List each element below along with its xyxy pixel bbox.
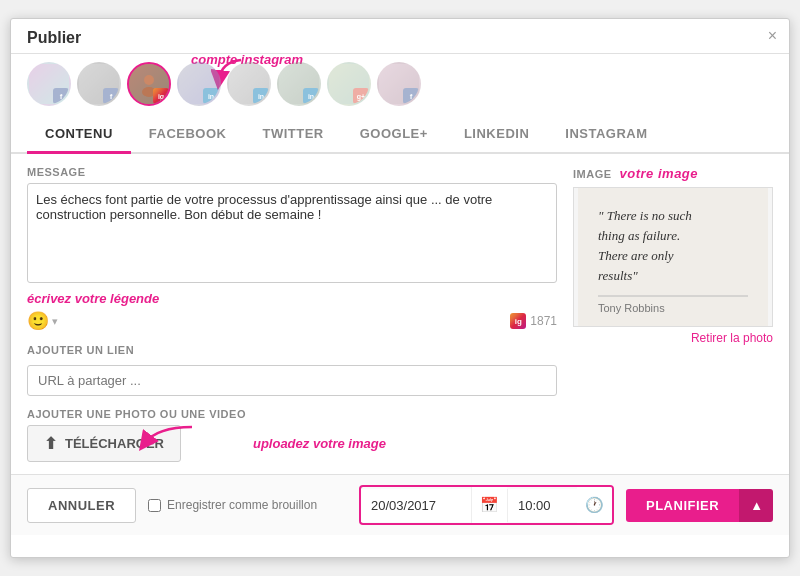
accounts-area: compte instagram f f ig [11,54,789,110]
svg-text:Tony Robbins: Tony Robbins [598,302,665,314]
upload-label: AJOUTER UNE PHOTO OU UNE VIDEO [27,408,557,420]
svg-text:" There is no such: " There is no such [598,208,692,223]
retirer-photo-link[interactable]: Retirer la photo [573,331,773,345]
upload-icon: ⬆ [44,434,57,453]
modal-title: Publier [27,29,81,46]
tab-twitter[interactable]: TWITTER [244,116,341,154]
planifier-dropdown-arrow[interactable]: ▲ [739,489,773,522]
clock-icon[interactable]: 🕐 [577,487,612,523]
quote-image: " There is no such thing as failure. The… [578,188,768,326]
close-button[interactable]: × [768,27,777,45]
svg-point-0 [144,75,154,85]
image-annotation: votre image [620,166,698,181]
network-badge-li-5: in [253,88,269,104]
tab-instagram[interactable]: INSTAGRAM [547,116,665,154]
message-label: MESSAGE [27,166,557,178]
upload-section: AJOUTER UNE PHOTO OU UNE VIDEO ⬆ TÉLÉCHA… [27,408,557,462]
upload-annotation: uploadez votre image [253,436,386,451]
svg-text:results": results" [598,268,638,283]
network-badge-li-4: in [203,88,219,104]
account-avatar-4[interactable]: in [177,62,221,106]
brouillon-checkbox[interactable] [148,499,161,512]
link-section: AJOUTER UN LIEN [27,344,557,396]
tab-linkedin[interactable]: LINKEDIN [446,116,547,154]
ig-icon: ig [510,313,526,329]
upload-arrow-icon [137,423,197,453]
emoji-button[interactable]: 🙂 ▾ [27,310,58,332]
account-avatar-5[interactable]: in [227,62,271,106]
account-avatar-1[interactable]: f [27,62,71,106]
write-legend: écrivez votre légende [27,291,557,306]
time-field[interactable]: 10:00 [507,489,577,522]
content-area: MESSAGE Les échecs font partie de votre … [11,154,789,474]
publish-modal: Publier × compte instagram f f [10,18,790,558]
tab-bar: CONTENU FACEBOOK TWITTER GOOGLE+ LINKEDI… [11,116,789,154]
char-count: ig 1871 [510,313,557,329]
image-label-text: IMAGE [573,168,612,180]
date-time-area: 20/03/2017 📅 10:00 🕐 [359,485,614,525]
network-badge-fb-8: f [403,88,419,104]
planifier-button[interactable]: PLANIFIER [626,489,739,522]
textarea-footer: 🙂 ▾ ig 1871 [27,310,557,332]
brouillon-label-text: Enregistrer comme brouillon [167,498,317,512]
char-count-value: 1871 [530,314,557,328]
network-badge-ig-3: ig [153,88,169,104]
modal-footer: ANNULER Enregistrer comme brouillon 20/0… [11,474,789,535]
network-badge-li-6: in [303,88,319,104]
network-badge-fb-2: f [103,88,119,104]
tab-googleplus[interactable]: GOOGLE+ [342,116,446,154]
network-badge-gp-7: g+ [353,88,369,104]
date-field[interactable]: 20/03/2017 [361,489,471,522]
image-preview: " There is no such thing as failure. The… [573,187,773,327]
account-avatar-8[interactable]: f [377,62,421,106]
cancel-button[interactable]: ANNULER [27,488,136,523]
right-column: IMAGE votre image " There is no such thi… [573,166,773,462]
link-input[interactable] [27,365,557,396]
planifier-button-group: PLANIFIER ▲ [626,489,773,522]
calendar-icon[interactable]: 📅 [471,487,507,523]
account-avatar-2[interactable]: f [77,62,121,106]
network-badge-fb-1: f [53,88,69,104]
account-avatar-3[interactable]: ig [127,62,171,106]
modal-header: Publier × [11,19,789,54]
brouillon-checkbox-label[interactable]: Enregistrer comme brouillon [148,498,347,512]
tab-facebook[interactable]: FACEBOOK [131,116,245,154]
svg-text:thing as failure.: thing as failure. [598,228,680,243]
account-avatar-6[interactable]: in [277,62,321,106]
link-label: AJOUTER UN LIEN [27,344,557,356]
left-column: MESSAGE Les échecs font partie de votre … [27,166,557,462]
image-section-label: IMAGE votre image [573,166,773,181]
tab-contenu[interactable]: CONTENU [27,116,131,154]
svg-text:There are only: There are only [598,248,674,263]
message-textarea[interactable]: Les échecs font partie de votre processu… [27,183,557,283]
account-avatar-7[interactable]: g+ [327,62,371,106]
